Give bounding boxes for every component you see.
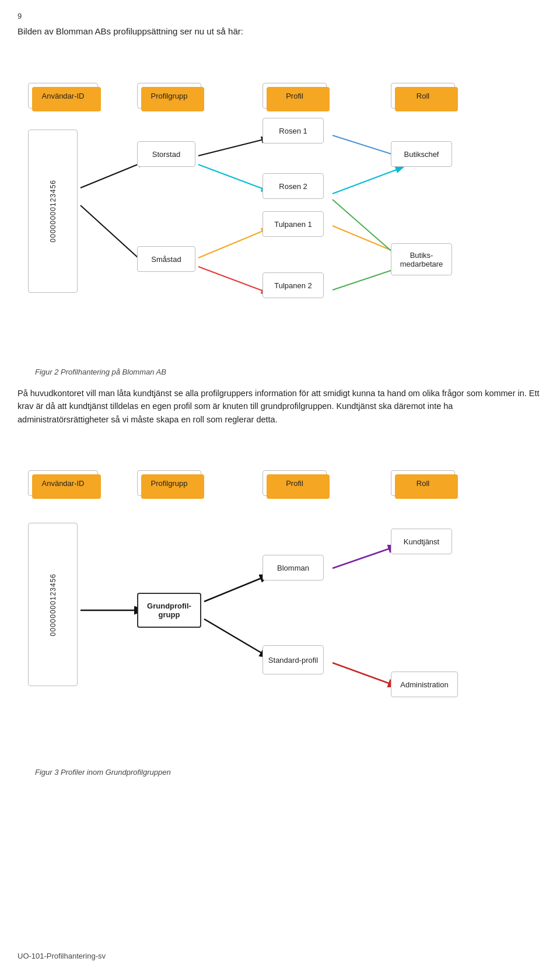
d2-header-anvandar-id: Användar-ID	[28, 470, 98, 496]
diagram1: Användar-ID Profilgrupp Profil Roll 0000…	[18, 48, 542, 363]
smastad-box: Småstad	[137, 246, 195, 272]
rosen2-box: Rosen 2	[262, 173, 324, 199]
storstad-box: Storstad	[137, 141, 195, 167]
d2-header-profil: Profil	[262, 470, 327, 496]
svg-line-12	[204, 575, 268, 602]
butikschef-box: Butikschef	[391, 141, 452, 167]
diagram2: Användar-ID Profilgrupp Profil Roll 0000…	[18, 435, 542, 762]
svg-line-14	[332, 546, 397, 568]
page-number: 9	[18, 12, 542, 20]
grundprofil-box: Grundprofil-grupp	[137, 593, 201, 628]
tulpanen1-box: Tulpanen 1	[262, 211, 324, 237]
svg-line-13	[204, 619, 268, 657]
intro-text: Bilden av Blomman ABs profiluppsättning …	[18, 26, 542, 36]
butiksmedarbetare-box: Butiks-medarbetare	[391, 243, 452, 275]
d2-header-profilgrupp: Profilgrupp	[137, 470, 201, 496]
rosen1-box: Rosen 1	[262, 118, 324, 144]
d2-user-id-box: 00000000123456	[28, 523, 78, 686]
header-roll: Roll	[391, 83, 455, 109]
body-text: På huvudkontoret vill man låta kundtjäns…	[18, 387, 542, 426]
svg-line-1	[80, 205, 145, 264]
standardprofil-box: Standard-profil	[262, 645, 324, 674]
tulpanen2-box: Tulpanen 2	[262, 272, 324, 298]
fig3-caption: Figur 3 Profiler inom Grundprofilgruppen	[35, 768, 542, 777]
user-id-box: 00000000123456	[28, 130, 78, 293]
footer: UO-101-Profilhantering-sv	[18, 952, 106, 960]
svg-line-7	[332, 167, 402, 194]
svg-line-15	[332, 663, 397, 686]
header-profilgrupp: Profilgrupp	[137, 83, 201, 109]
fig2-caption: Figur 2 Profilhantering på Blomman AB	[35, 368, 542, 376]
svg-line-3	[198, 165, 268, 191]
header-anvandar-id: Användar-ID	[28, 83, 98, 109]
header-profil: Profil	[262, 83, 327, 109]
kundtjanst-box: Kundtjänst	[391, 529, 452, 554]
administration-box: Administration	[391, 672, 458, 697]
svg-line-2	[198, 138, 268, 156]
svg-line-5	[198, 267, 268, 293]
d2-header-roll: Roll	[391, 470, 455, 496]
svg-line-0	[80, 162, 145, 188]
svg-line-4	[198, 229, 268, 258]
blomman-box: Blomman	[262, 555, 324, 581]
